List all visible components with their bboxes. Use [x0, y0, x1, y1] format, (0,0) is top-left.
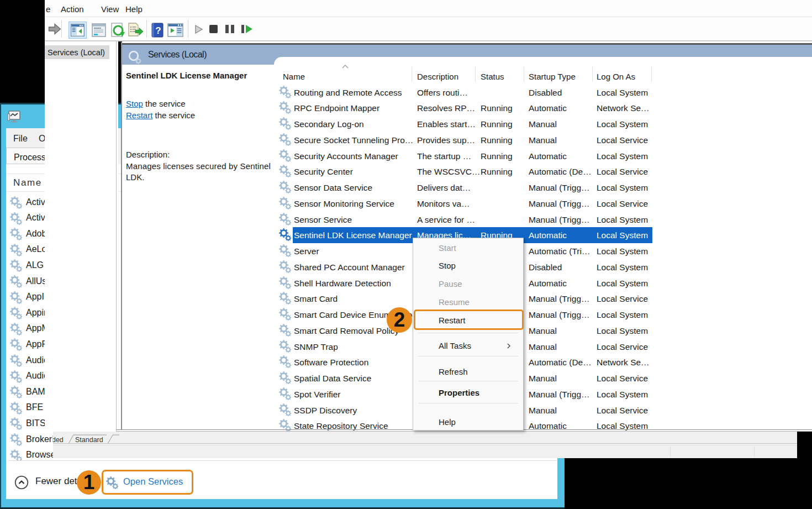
svg-text:?: ?	[155, 25, 161, 36]
